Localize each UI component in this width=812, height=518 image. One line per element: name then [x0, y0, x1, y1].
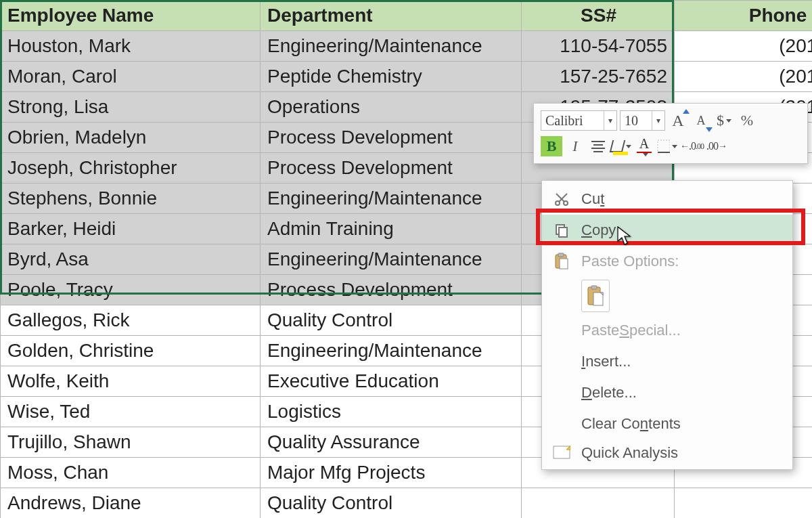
paste-options-row	[542, 277, 792, 315]
font-color-button[interactable]: A	[634, 136, 654, 156]
cell-name[interactable]: Byrd, Asa	[1, 244, 261, 275]
paste-special-post: pecial...	[629, 322, 681, 339]
clear-contents-menu-item[interactable]: Clear Contents	[542, 408, 792, 439]
cell-name[interactable]: Barker, Heidi	[1, 214, 261, 244]
cell-name[interactable]: Gallegos, Rick	[1, 305, 261, 336]
cell-dept[interactable]: Process Development	[261, 153, 522, 184]
cell-name[interactable]: Joseph, Christopher	[1, 153, 261, 184]
cell-phone[interactable]: (201) 127-7	[675, 31, 813, 62]
cell-dept[interactable]: Operations	[261, 92, 522, 123]
copy-label-ul: C	[581, 221, 592, 239]
svg-rect-16	[591, 286, 597, 289]
insert-menu-item[interactable]: Insert...	[542, 346, 792, 377]
cell-dept[interactable]: Peptide Chemistry	[261, 62, 522, 92]
font-name-input[interactable]	[541, 113, 604, 129]
table-row[interactable]: Andrews, DianeQuality Control	[1, 488, 813, 519]
cell-name[interactable]: Andrews, Diane	[1, 488, 261, 519]
cell-dept[interactable]: Quality Assurance	[261, 427, 522, 458]
increase-font-icon[interactable]: A	[668, 110, 688, 131]
mini-toolbar[interactable]: ▾ ▾ A A $ % B I A ←.0.00 .00→	[533, 103, 808, 164]
paste-icon	[551, 251, 572, 272]
col-header-name[interactable]: Employee Name	[1, 1, 261, 31]
cell-name[interactable]: Golden, Christine	[1, 336, 261, 366]
table-header-row[interactable]: Employee Name Department SS# Phone	[1, 1, 813, 31]
delete-ul: D	[581, 384, 592, 402]
cell-dept[interactable]: Engineering/Maintenance	[261, 184, 522, 214]
italic-button[interactable]: I	[565, 136, 585, 156]
font-color-letter: A	[639, 136, 649, 152]
cell-phone[interactable]: (201) 212-6	[675, 62, 813, 92]
cell-dept[interactable]: Logistics	[261, 397, 522, 427]
cell-name[interactable]: Obrien, Madelyn	[1, 123, 261, 153]
cell-dept[interactable]: Admin Training	[261, 214, 522, 244]
clear-ul: n	[640, 415, 648, 433]
cell-name[interactable]: Strong, Lisa	[1, 92, 261, 123]
paste-options-header: Paste Options:	[542, 246, 792, 277]
col-header-dept[interactable]: Department	[261, 1, 522, 31]
font-name-combo[interactable]: ▾	[541, 110, 617, 131]
copy-label-post: opy	[592, 221, 616, 239]
cell-dept[interactable]: Engineering/Maintenance	[261, 244, 522, 275]
cell-name[interactable]: Stephens, Bonnie	[1, 184, 261, 214]
col-header-ssn[interactable]: SS#	[522, 1, 675, 31]
clear-pre: Clear Co	[581, 415, 640, 433]
increase-decimal-button[interactable]: ←.0.00	[680, 136, 704, 156]
cell-dept[interactable]: Major Mfg Projects	[261, 458, 522, 488]
currency-format-button[interactable]: $	[714, 110, 734, 131]
font-size-input[interactable]	[621, 113, 652, 129]
col-header-phone[interactable]: Phone	[675, 1, 813, 31]
insert-post: nsert...	[585, 353, 631, 370]
cell-name[interactable]: Trujillo, Shawn	[1, 427, 261, 458]
cell-ssn[interactable]: 110-54-7055	[522, 31, 675, 62]
cell-dept[interactable]: Executive Education	[261, 366, 522, 397]
context-menu[interactable]: Cut Copy Paste Options: Paste Special...…	[541, 180, 793, 470]
decrease-font-icon[interactable]: A	[691, 110, 711, 131]
cell-dept[interactable]: Engineering/Maintenance	[261, 336, 522, 366]
cell-name[interactable]: Poole, Tracy	[1, 275, 261, 305]
paste-special-pre: Paste	[581, 322, 619, 339]
font-name-dropdown-icon[interactable]: ▾	[604, 111, 616, 130]
font-size-dropdown-icon[interactable]: ▾	[652, 111, 664, 130]
cell-name[interactable]: Houston, Mark	[1, 31, 261, 62]
copy-menu-item[interactable]: Copy	[542, 215, 792, 246]
svg-rect-18	[554, 446, 570, 458]
cell-dept[interactable]: Engineering/Maintenance	[261, 31, 522, 62]
paste-default-button[interactable]	[581, 280, 610, 312]
decrease-decimal-button[interactable]: .00→	[706, 136, 727, 156]
cell-phone[interactable]	[675, 488, 813, 519]
cell-dept[interactable]: Quality Control	[261, 305, 522, 336]
cell-dept[interactable]: Process Development	[261, 123, 522, 153]
cell-ssn[interactable]: 157-25-7652	[522, 62, 675, 92]
borders-button[interactable]	[657, 136, 677, 156]
cell-name[interactable]: Moss, Chan	[1, 458, 261, 488]
quick-analysis-menu-item[interactable]: Quick Analysis	[542, 439, 792, 467]
paste-special-menu-item[interactable]: Paste Special...	[542, 315, 792, 346]
paste-special-ul: S	[619, 322, 629, 339]
paste-options-label: Paste Options:	[581, 253, 679, 270]
cell-dept[interactable]: Process Development	[261, 275, 522, 305]
cell-name[interactable]: Wise, Ted	[1, 397, 261, 427]
cell-name[interactable]: Wolfe, Keith	[1, 366, 261, 397]
delete-post: elete...	[592, 384, 637, 402]
fill-color-button[interactable]	[611, 136, 631, 156]
table-row[interactable]: Houston, MarkEngineering/Maintenance110-…	[1, 31, 813, 62]
cell-ssn[interactable]	[522, 488, 675, 519]
cut-label-ul: t	[600, 190, 604, 208]
svg-rect-4	[658, 140, 670, 152]
quick-analysis-label: Quick Analysis	[581, 444, 678, 462]
svg-rect-11	[559, 228, 567, 237]
percent-format-button[interactable]: %	[737, 110, 757, 131]
font-size-combo[interactable]: ▾	[620, 110, 665, 131]
table-row[interactable]: Moran, CarolPeptide Chemistry157-25-7652…	[1, 62, 813, 92]
delete-menu-item[interactable]: Delete...	[542, 377, 792, 408]
svg-rect-17	[593, 293, 603, 305]
cut-menu-item[interactable]: Cut	[542, 184, 792, 215]
svg-rect-13	[558, 253, 564, 257]
clear-post: tents	[648, 415, 681, 433]
align-center-icon[interactable]	[588, 138, 608, 154]
cell-dept[interactable]: Quality Control	[261, 488, 522, 519]
bold-button[interactable]: B	[541, 136, 562, 156]
cell-name[interactable]: Moran, Carol	[1, 62, 261, 92]
quick-analysis-icon	[551, 443, 572, 463]
scissors-icon	[551, 189, 572, 209]
